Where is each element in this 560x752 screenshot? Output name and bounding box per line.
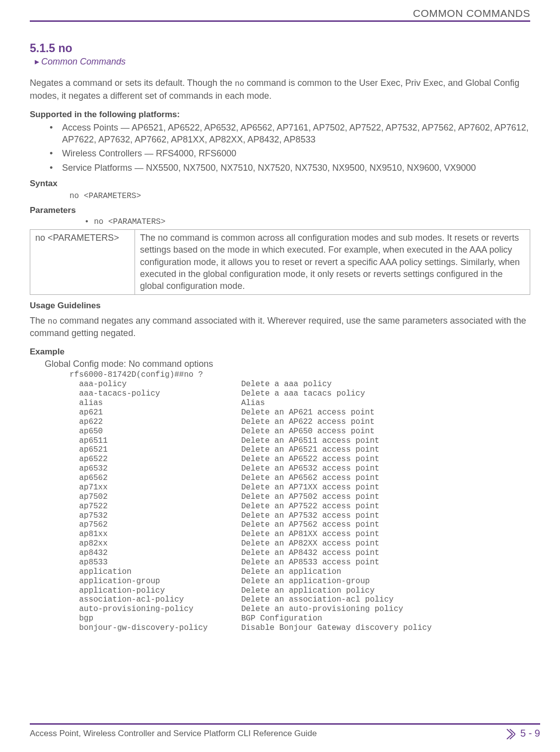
breadcrumb-label: Common Commands [41, 57, 126, 67]
usage-heading: Usage Guidelines [30, 301, 530, 311]
footer-doc-title: Access Point, Wireless Controller and Se… [30, 729, 317, 739]
section-heading: 5.1.5 no [30, 42, 530, 55]
syntax-heading: Syntax [30, 179, 530, 189]
chevron-right-icon [506, 729, 515, 740]
example-code: rfs6000-81742D(config)##no ? aaa-policy … [70, 370, 530, 633]
list-item: Wireless Controllers — RFS4000, RFS6000 [50, 147, 530, 159]
list-item: Access Points — AP6521, AP6522, AP6532, … [50, 122, 530, 146]
param-table-left: no <PARAMETERS> [30, 230, 135, 294]
usage-paragraph: The no command negates any command assoc… [30, 315, 530, 340]
arrow-right-icon: ▸ [35, 56, 39, 67]
header-rule [30, 20, 530, 22]
param-table-right: The no command is common across all conf… [135, 230, 530, 294]
platforms-heading: Supported in the following platforms: [30, 110, 530, 120]
list-item: Service Platforms — NX5500, NX7500, NX75… [50, 162, 530, 174]
example-intro: Global Config mode: No command options [45, 359, 530, 369]
running-head: COMMON COMMANDS [30, 7, 530, 19]
intro-paragraph: Negates a command or sets its default. T… [30, 77, 530, 102]
page-number: 5 - 9 [506, 728, 540, 739]
parameters-heading: Parameters [30, 205, 530, 215]
footer: Access Point, Wireless Controller and Se… [30, 723, 540, 739]
parameters-bullet: • no <PARAMATERS> [84, 217, 530, 226]
platforms-list: Access Points — AP6521, AP6522, AP6532, … [50, 122, 530, 174]
syntax-text: no <PARAMETERS> [70, 192, 530, 201]
example-heading: Example [30, 347, 530, 357]
breadcrumb[interactable]: ▸Common Commands [35, 56, 530, 67]
footer-rule [30, 723, 540, 725]
parameters-table: no <PARAMETERS> The no command is common… [30, 229, 530, 294]
